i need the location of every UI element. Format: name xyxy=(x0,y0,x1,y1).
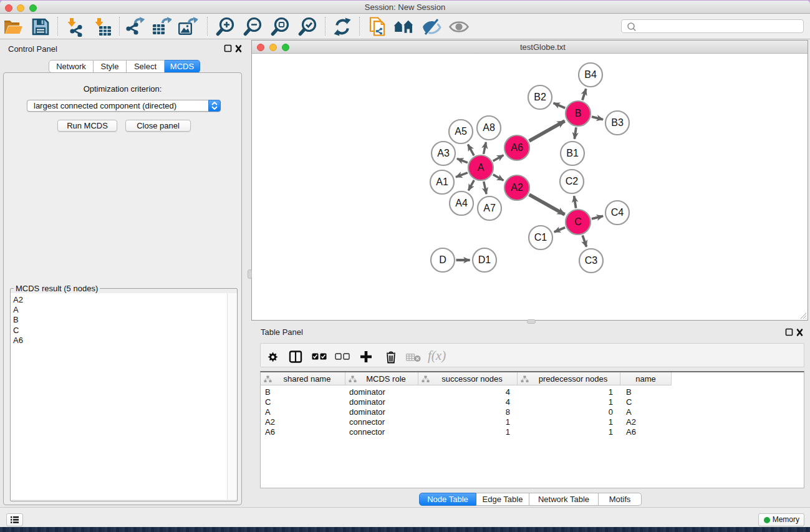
svg-text:A3: A3 xyxy=(437,148,450,158)
svg-text:A2: A2 xyxy=(511,182,523,193)
svg-text:D: D xyxy=(439,254,446,265)
svg-text:C3: C3 xyxy=(585,255,598,266)
svg-text:B1: B1 xyxy=(566,148,579,158)
svg-text:B2: B2 xyxy=(534,92,546,102)
svg-text:A4: A4 xyxy=(455,198,468,208)
svg-text:B: B xyxy=(575,108,582,118)
svg-text:A: A xyxy=(478,162,485,173)
svg-text:A8: A8 xyxy=(483,122,495,133)
svg-text:C: C xyxy=(574,216,582,227)
svg-text:C4: C4 xyxy=(611,207,624,218)
svg-text:A6: A6 xyxy=(511,142,523,153)
svg-text:C2: C2 xyxy=(566,176,579,186)
svg-text:B3: B3 xyxy=(611,117,624,128)
svg-text:B4: B4 xyxy=(584,69,597,80)
svg-text:A7: A7 xyxy=(483,203,496,213)
svg-text:A5: A5 xyxy=(455,126,467,137)
svg-text:D1: D1 xyxy=(478,254,491,265)
svg-text:C1: C1 xyxy=(534,232,547,243)
svg-text:A1: A1 xyxy=(436,177,448,187)
